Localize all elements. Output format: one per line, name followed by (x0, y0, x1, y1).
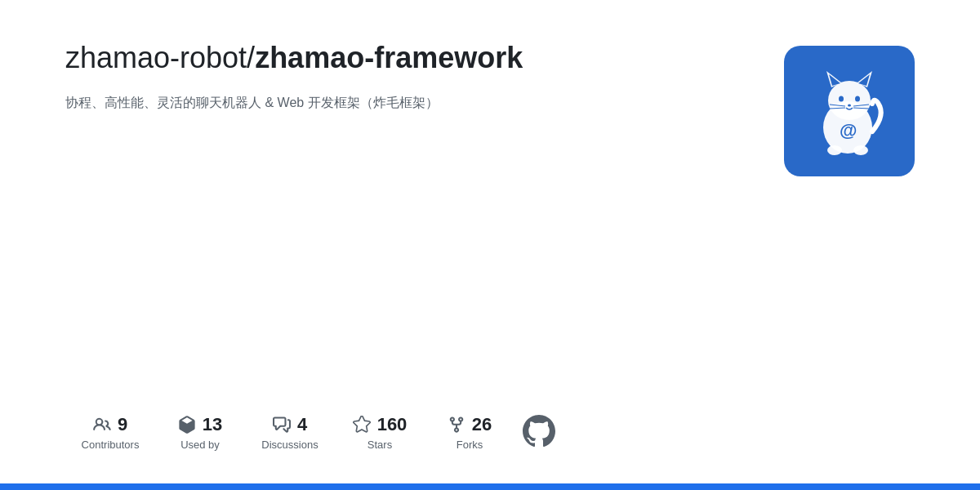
used-by-label: Used by (180, 439, 220, 451)
svg-point-14 (827, 145, 842, 155)
repo-title: zhamao-robot/zhamao-framework (65, 39, 751, 76)
svg-point-7 (855, 96, 860, 102)
svg-text:@: @ (840, 120, 857, 140)
page-container: zhamao-robot/zhamao-framework 协程、高性能、灵活的… (0, 0, 980, 490)
stats-row: 9 Contributors 13 Used by (65, 414, 751, 483)
repo-name[interactable]: zhamao-framework (255, 41, 523, 74)
stat-used-by[interactable]: 13 Used by (155, 414, 245, 451)
contributors-label: Contributors (82, 439, 140, 451)
github-icon (523, 415, 555, 448)
discussions-label: Discussions (261, 439, 318, 451)
stat-github[interactable] (514, 415, 564, 451)
people-icon (93, 416, 111, 434)
svg-point-6 (839, 96, 844, 102)
repo-description: 协程、高性能、灵活的聊天机器人 & Web 开发框架（炸毛框架） (65, 92, 523, 114)
main-content: zhamao-robot/zhamao-framework 协程、高性能、灵活的… (0, 0, 980, 483)
forks-count: 26 (472, 414, 492, 435)
svg-point-15 (853, 145, 868, 155)
bottom-bar (0, 483, 980, 490)
logo-svg: @ (800, 58, 898, 164)
stars-count: 160 (377, 414, 408, 435)
right-section: @ (784, 39, 915, 483)
discussions-count: 4 (297, 414, 307, 435)
svg-point-8 (848, 105, 851, 107)
contributors-count: 9 (118, 414, 127, 435)
repo-owner[interactable]: zhamao-robot/ (65, 41, 255, 74)
star-icon (353, 416, 371, 434)
stat-contributors[interactable]: 9 Contributors (65, 414, 155, 451)
stat-stars[interactable]: 160 Stars (335, 414, 425, 451)
svg-point-1 (828, 81, 871, 120)
used-by-count: 13 (203, 414, 222, 435)
left-section: zhamao-robot/zhamao-framework 协程、高性能、灵活的… (65, 39, 751, 483)
repo-logo: @ (784, 46, 915, 176)
stat-discussions[interactable]: 4 Discussions (245, 414, 335, 451)
fork-icon (448, 416, 466, 434)
forks-label: Forks (457, 439, 483, 451)
stat-forks[interactable]: 26 Forks (425, 414, 514, 451)
package-icon (178, 416, 196, 434)
comment-icon (273, 416, 291, 434)
stars-label: Stars (368, 439, 392, 451)
